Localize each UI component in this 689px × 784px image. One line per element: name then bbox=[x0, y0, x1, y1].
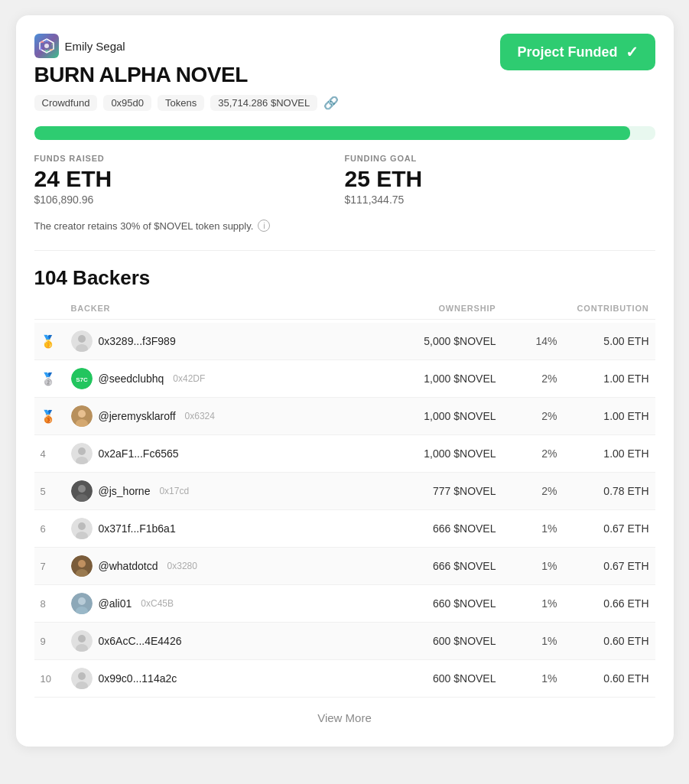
meta-tags: Crowdfund 0x95d0 Tokens 35,714.286 $NOVE… bbox=[34, 95, 340, 111]
svg-point-17 bbox=[78, 447, 86, 455]
contribution-cell: 0.60 ETH bbox=[557, 672, 649, 685]
svg-point-9 bbox=[78, 335, 86, 343]
backer-name: 0x6AcC...4E4426 bbox=[99, 635, 182, 647]
ownership-cell: 666 $NOVEL bbox=[359, 560, 496, 572]
col-rank-header bbox=[41, 304, 71, 313]
ownership-cell: 660 $NOVEL bbox=[359, 597, 496, 610]
backer-name: @whatdotcd bbox=[99, 560, 158, 572]
backer-addr: 0xC45B bbox=[141, 598, 174, 609]
funded-badge: Project Funded ✓ bbox=[500, 34, 655, 70]
avatar bbox=[71, 630, 93, 652]
rank-number: 6 bbox=[41, 523, 46, 535]
avatar bbox=[71, 443, 93, 464]
avatar bbox=[71, 405, 93, 427]
contribution-cell: 1.00 ETH bbox=[557, 447, 649, 460]
project-title: BURN ALPHA NOVEL bbox=[34, 63, 340, 87]
meta-type: Crowdfund bbox=[34, 95, 98, 111]
rank-cell: 9 bbox=[41, 634, 71, 648]
meta-token-label: Tokens bbox=[158, 95, 204, 111]
rank-number: 8 bbox=[41, 598, 46, 610]
rank-cell: 8 bbox=[41, 597, 71, 610]
col-ownership-header: OWNERSHIP bbox=[359, 304, 496, 313]
progress-bar-container bbox=[34, 126, 655, 140]
backer-cell: 0x2aF1...Fc6565 bbox=[71, 443, 359, 464]
contribution-cell: 0.66 ETH bbox=[557, 597, 649, 610]
pct-cell: 1% bbox=[496, 522, 557, 535]
rank-number: 7 bbox=[41, 561, 46, 572]
table-row: 🥇 0x3289...f3F989 5,000 $NOVEL 14% 5.00 … bbox=[34, 323, 655, 360]
rank-number: 10 bbox=[41, 673, 51, 685]
ownership-cell: 666 $NOVEL bbox=[359, 522, 496, 535]
pct-cell: 1% bbox=[496, 560, 557, 572]
raised-value: 24 ETH bbox=[34, 166, 345, 192]
goal-value: 25 ETH bbox=[345, 166, 655, 192]
header-left: Emily Segal BURN ALPHA NOVEL Crowdfund 0… bbox=[34, 34, 340, 111]
backer-name: @js_horne bbox=[99, 485, 151, 497]
rank-number: 9 bbox=[41, 636, 46, 647]
backers-title: 104 Backers bbox=[34, 266, 655, 290]
goal-label: FUNDING GOAL bbox=[345, 154, 655, 163]
avatar bbox=[71, 555, 93, 577]
rank-number: 5 bbox=[41, 486, 46, 497]
pct-cell: 1% bbox=[496, 597, 557, 610]
pct-cell: 1% bbox=[496, 635, 557, 647]
backer-cell: 0x99c0...114a2c bbox=[71, 668, 359, 689]
view-more-button[interactable]: View More bbox=[317, 711, 372, 724]
contribution-cell: 0.67 ETH bbox=[557, 560, 649, 572]
creator-note: The creator retains 30% of $NOVEL token … bbox=[34, 220, 655, 232]
svg-point-32 bbox=[78, 635, 86, 642]
backer-addr: 0x42DF bbox=[173, 373, 205, 384]
rank-cell: 4 bbox=[41, 447, 71, 460]
table-row: 🥉 @jeremysklaroff0x6324 1,000 $NOVEL 2% … bbox=[34, 398, 655, 435]
contribution-cell: 0.60 ETH bbox=[557, 635, 649, 647]
table-row: 4 0x2aF1...Fc6565 1,000 $NOVEL 2% 1.00 E… bbox=[34, 435, 655, 473]
creator-note-text: The creator retains 30% of $NOVEL token … bbox=[34, 220, 254, 232]
backer-addr: 0x6324 bbox=[185, 411, 215, 421]
goal-usd: $111,344.75 bbox=[345, 194, 655, 206]
svg-point-14 bbox=[78, 410, 86, 418]
info-icon[interactable]: i bbox=[258, 220, 270, 232]
user-name: Emily Segal bbox=[65, 40, 125, 53]
backer-cell: 0x371f...F1b6a1 bbox=[71, 518, 359, 539]
rank-cell: 🥇 bbox=[41, 334, 71, 349]
pct-cell: 1% bbox=[496, 672, 557, 685]
pct-cell: 2% bbox=[496, 410, 557, 422]
rank-cell: 7 bbox=[41, 559, 71, 573]
ownership-cell: 600 $NOVEL bbox=[359, 635, 496, 647]
ownership-cell: 5,000 $NOVEL bbox=[359, 335, 496, 347]
contribution-cell: 0.78 ETH bbox=[557, 485, 649, 497]
progress-bar-fill bbox=[34, 126, 631, 140]
contribution-cell: 5.00 ETH bbox=[557, 335, 649, 347]
svg-point-23 bbox=[78, 522, 86, 530]
table-header: BACKER OWNERSHIP CONTRIBUTION bbox=[34, 304, 655, 320]
rank-cell: 10 bbox=[41, 672, 71, 685]
contribution-cell: 1.00 ETH bbox=[557, 372, 649, 385]
rank-medal: 🥉 bbox=[41, 410, 56, 423]
svg-point-26 bbox=[78, 560, 86, 568]
rank-medal: 🥇 bbox=[41, 335, 56, 348]
contribution-cell: 1.00 ETH bbox=[557, 410, 649, 422]
funded-badge-label: Project Funded bbox=[517, 44, 617, 60]
avatar bbox=[71, 480, 93, 502]
table-row: 8 @ali010xC45B 660 $NOVEL 1% 0.66 ETH bbox=[34, 585, 655, 623]
check-icon: ✓ bbox=[626, 43, 639, 61]
header-row: Emily Segal BURN ALPHA NOVEL Crowdfund 0… bbox=[34, 34, 655, 111]
raised-usd: $106,890.96 bbox=[34, 194, 345, 206]
backer-addr: 0x17cd bbox=[159, 486, 189, 496]
rank-number: 4 bbox=[41, 448, 46, 460]
raised-label: FUNDS RAISED bbox=[34, 154, 345, 163]
backer-name: 0x99c0...114a2c bbox=[99, 672, 177, 685]
rank-cell: 🥈 bbox=[41, 372, 71, 386]
table-row: 6 0x371f...F1b6a1 666 $NOVEL 1% 0.67 ETH bbox=[34, 510, 655, 548]
link-icon[interactable]: 🔗 bbox=[323, 96, 339, 110]
backer-cell: @jeremysklaroff0x6324 bbox=[71, 405, 359, 427]
backer-name: 0x2aF1...Fc6565 bbox=[99, 447, 179, 460]
backer-name: 0x371f...F1b6a1 bbox=[99, 522, 176, 535]
pct-cell: 14% bbox=[496, 335, 557, 347]
divider bbox=[34, 250, 655, 251]
svg-point-20 bbox=[78, 485, 86, 493]
backer-cell: 0x3289...f3F989 bbox=[71, 330, 359, 352]
col-pct-header bbox=[496, 304, 557, 313]
view-more-row: View More bbox=[34, 698, 655, 728]
avatar bbox=[71, 330, 93, 352]
